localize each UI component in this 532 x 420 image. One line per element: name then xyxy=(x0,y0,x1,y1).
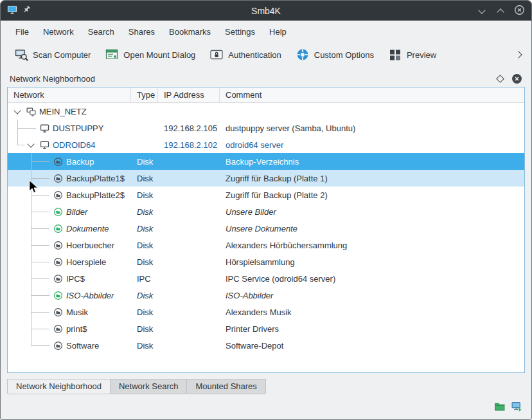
titlebar[interactable]: Smb4K xyxy=(1,1,531,21)
column-header-type[interactable]: Type xyxy=(131,87,158,102)
share-icon xyxy=(51,255,65,269)
remote-share-icon xyxy=(511,401,522,414)
row-name: Hoerspiele xyxy=(66,257,106,267)
menu-settings[interactable]: Settings xyxy=(218,25,262,39)
network-cell: ODROID64 xyxy=(8,136,131,153)
table-row[interactable]: MEIN_NETZ xyxy=(8,103,524,120)
preview-button[interactable]: Preview xyxy=(381,45,443,64)
tree-guide xyxy=(24,304,38,320)
tree-guide xyxy=(38,304,51,320)
network-tree-view: Network Type IP Address Comment MEIN_NET… xyxy=(7,87,525,373)
expander-icon[interactable] xyxy=(11,105,24,118)
table-row[interactable]: DokumenteDiskUnsere Dokumente xyxy=(8,220,524,237)
share-icon xyxy=(51,239,65,252)
custom-options-button[interactable]: Custom Options xyxy=(288,45,381,64)
row-name: ISO-Abbilder xyxy=(66,291,114,300)
cell-type: Disk xyxy=(131,324,158,334)
network-cell: ISO-Abbilder xyxy=(8,287,131,304)
share-icon xyxy=(51,155,65,169)
table-row[interactable]: BilderDiskUnsere Bilder xyxy=(8,203,524,220)
table-header: Network Type IP Address Comment xyxy=(8,87,524,103)
statusbar xyxy=(1,395,531,419)
table-row[interactable]: BackupPlatte2$DiskZugriff für Backup (Pl… xyxy=(8,187,524,203)
tab-network-neighborhood[interactable]: Network Neighborhood xyxy=(7,379,111,394)
cell-comment: ISO-Abbilder xyxy=(220,291,524,300)
float-panel-icon[interactable] xyxy=(496,75,504,83)
smb4k-window: Smb4K File Network Search Shares Bookmar… xyxy=(0,0,532,420)
table-body: MEIN_NETZDUSTPUPPY192.168.2.105dustpuppy… xyxy=(8,103,524,372)
table-row[interactable]: BackupDiskBackup-Verzeichnis xyxy=(8,153,524,170)
tree-guide xyxy=(38,203,51,220)
tree-guide xyxy=(38,337,51,354)
tree-guide xyxy=(38,287,51,304)
tree-guide xyxy=(24,270,38,287)
table-row[interactable]: BackupPlatte1$DiskZugriff für Backup (Pl… xyxy=(8,170,524,187)
table-row[interactable]: ODROID64192.168.2.102odroid64 server xyxy=(8,136,524,153)
column-header-network[interactable]: Network xyxy=(8,87,131,102)
table-row[interactable]: HoerspieleDiskHörspielsammlung xyxy=(8,253,524,270)
tree-guide xyxy=(24,220,38,237)
table-row[interactable]: HoerbuecherDiskAlexanders Hörbüchersamml… xyxy=(8,237,524,253)
menu-search[interactable]: Search xyxy=(81,25,121,39)
cell-comment: IPC Service (odroid64 server) xyxy=(220,274,524,284)
menubar: File Network Search Shares Bookmarks Set… xyxy=(1,21,531,42)
cell-comment: Printer Drivers xyxy=(220,324,524,334)
cell-type: Disk xyxy=(131,307,158,317)
tree-guide xyxy=(24,170,38,187)
tree-guide xyxy=(24,253,38,270)
table-row[interactable]: print$DiskPrinter Drivers xyxy=(8,320,524,337)
network-cell: MEIN_NETZ xyxy=(8,103,131,120)
share-icon xyxy=(51,272,65,286)
tree-guide xyxy=(24,237,38,253)
tab-network-search[interactable]: Network Search xyxy=(110,379,187,394)
cell-comment: Unsere Dokumente xyxy=(220,224,524,233)
table-row[interactable]: MusikDiskAlexanders Musik xyxy=(8,304,524,320)
open-mount-dialog-button[interactable]: Open Mount Dialog xyxy=(98,45,202,64)
close-panel-icon[interactable] xyxy=(511,73,522,84)
menu-shares[interactable]: Shares xyxy=(121,25,162,39)
share-icon xyxy=(51,306,65,319)
scan-computer-button[interactable]: Scan Computer xyxy=(7,45,98,64)
table-row[interactable]: IPC$IPCIPC Service (odroid64 server) xyxy=(8,270,524,287)
table-row[interactable]: ISO-AbbilderDiskISO-Abbilder xyxy=(8,287,524,304)
scan-computer-icon xyxy=(14,48,28,62)
toolbar-overflow-chevron-right-icon[interactable] xyxy=(513,49,525,60)
pin-icon[interactable] xyxy=(22,5,31,16)
column-header-comment[interactable]: Comment xyxy=(220,87,524,102)
cell-comment: Zugriff für Backup (Platte 1) xyxy=(220,174,524,183)
authentication-button[interactable]: Authentication xyxy=(202,45,288,64)
cell-ip: 192.168.2.102 xyxy=(158,140,220,150)
tab-mounted-shares[interactable]: Mounted Shares xyxy=(186,379,265,394)
menu-bookmarks[interactable]: Bookmarks xyxy=(162,25,218,39)
menu-file[interactable]: File xyxy=(8,25,36,39)
cell-type: Disk xyxy=(131,224,158,233)
tree-guide xyxy=(24,287,38,304)
share-icon xyxy=(51,188,65,202)
row-name: Hoerbuecher xyxy=(66,241,114,250)
table-row[interactable]: DUSTPUPPY192.168.2.105dustpuppy server (… xyxy=(8,120,524,136)
network-cell: Hoerbuecher xyxy=(8,237,131,253)
expander-icon[interactable] xyxy=(24,138,38,152)
tree-guide xyxy=(24,120,38,136)
menu-help[interactable]: Help xyxy=(262,25,294,39)
table-row[interactable]: SoftwareDiskSoftware-Depot xyxy=(8,337,524,354)
maximize-button[interactable] xyxy=(495,6,506,16)
scan-computer-label: Scan Computer xyxy=(33,50,91,60)
menu-network[interactable]: Network xyxy=(36,25,81,39)
share-icon xyxy=(51,339,65,352)
minimize-button[interactable] xyxy=(477,6,487,16)
network-cell: Dokumente xyxy=(8,220,131,237)
server-icon xyxy=(38,138,51,152)
column-header-ip-address[interactable]: IP Address xyxy=(158,87,220,102)
row-name: BackupPlatte2$ xyxy=(66,190,125,200)
share-icon xyxy=(51,322,65,336)
network-cell: BackupPlatte2$ xyxy=(8,187,131,203)
app-icon xyxy=(7,5,17,17)
tree-guide xyxy=(38,237,51,253)
close-button[interactable] xyxy=(514,5,525,17)
share-mounted-icon xyxy=(494,401,505,414)
custom-options-icon xyxy=(296,48,310,62)
cell-comment: dustpuppy server (Samba, Ubuntu) xyxy=(220,123,524,133)
window-title: Smb4K xyxy=(251,6,281,16)
tree-guide xyxy=(38,270,51,287)
